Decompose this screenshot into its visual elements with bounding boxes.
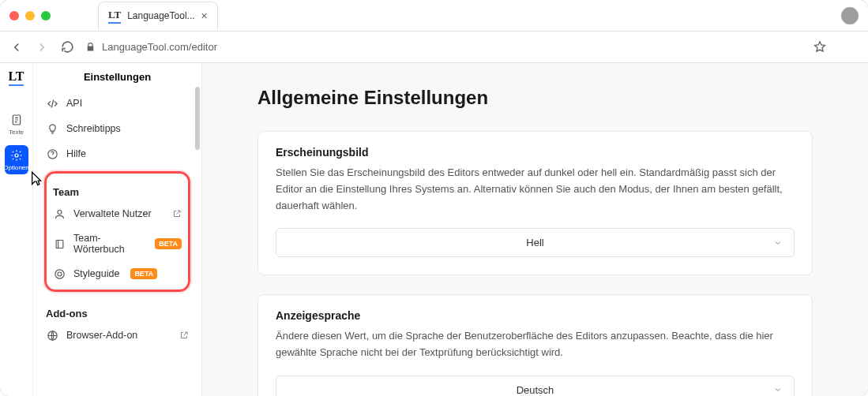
browser-tab[interactable]: LT LanguageTool... × — [98, 2, 218, 30]
sidebar-item-browser-addon[interactable]: Browser-Add-on — [43, 323, 192, 348]
styleguide-label: Styleguide — [73, 268, 119, 279]
sidebar-api-label: API — [66, 98, 82, 109]
lt-logo-icon: LT — [108, 9, 121, 24]
content-area: LT Texte Optionen Einstellungen — [0, 63, 868, 396]
browser-icon — [46, 329, 58, 342]
worterbuch-label: Team-Wörterbuch — [73, 233, 144, 255]
code-icon — [46, 97, 58, 110]
profile-avatar[interactable] — [841, 7, 859, 24]
external-link-icon — [172, 209, 182, 219]
svg-point-3 — [58, 210, 62, 214]
page-title: Allgemeine Einstellungen — [257, 87, 813, 109]
chevron-down-icon — [773, 238, 783, 248]
back-button[interactable] — [9, 40, 24, 54]
language-title: Anzeigesprache — [276, 309, 795, 322]
lightbulb-icon — [46, 122, 58, 135]
appearance-card: Erscheinungsbild Stellen Sie das Erschei… — [257, 131, 813, 275]
styleguide-icon — [53, 267, 66, 280]
lock-icon — [85, 42, 96, 52]
rail-optionen[interactable]: Optionen — [5, 145, 28, 174]
language-card: Anzeigesprache Ändere diesen Wert, um di… — [257, 294, 813, 396]
gear-icon — [9, 148, 24, 163]
svg-point-6 — [58, 272, 62, 276]
appearance-title: Erscheinungsbild — [276, 146, 795, 159]
close-window[interactable] — [9, 11, 19, 21]
language-select[interactable]: Deutsch — [276, 375, 795, 396]
user-icon — [53, 207, 66, 220]
sidebar-item-verwaltete-nutzer[interactable]: Verwaltete Nutzer — [50, 201, 185, 226]
svg-point-5 — [54, 269, 63, 278]
forward-button[interactable] — [35, 40, 49, 54]
sidebar-schreibtipps-label: Schreibtipps — [66, 123, 121, 134]
appearance-desc: Stellen Sie das Erscheinungsbild des Edi… — [276, 165, 795, 214]
app-logo[interactable]: LT — [9, 69, 24, 86]
document-icon — [9, 113, 24, 127]
language-value: Deutsch — [517, 384, 554, 396]
main-panel: Allgemeine Einstellungen Erscheinungsbil… — [202, 63, 868, 396]
close-tab-icon[interactable]: × — [201, 10, 208, 21]
sidebar-title: Einstellungen — [33, 63, 201, 91]
section-addons: Add-ons — [43, 300, 192, 323]
tab-title: LanguageTool... — [127, 10, 194, 21]
team-highlight-box: Team Verwaltete Nutzer — [44, 171, 190, 292]
minimize-window[interactable] — [25, 11, 35, 21]
beta-badge: BETA — [155, 238, 182, 249]
book-icon — [53, 237, 66, 250]
appearance-value: Hell — [526, 237, 543, 248]
address-bar[interactable]: LanguageTool.com/editor — [85, 41, 802, 53]
svg-point-1 — [15, 154, 18, 157]
scrollbar[interactable] — [195, 87, 200, 150]
section-team: Team — [50, 178, 185, 201]
appearance-select[interactable]: Hell — [276, 228, 795, 257]
help-icon — [46, 148, 58, 160]
titlebar: LT LanguageTool... × — [0, 0, 868, 32]
sidebar-item-schreibtipps[interactable]: Schreibtipps — [43, 116, 192, 141]
external-link-icon — [179, 331, 189, 340]
chevron-down-icon — [773, 385, 783, 394]
sidebar-item-hilfe[interactable]: Hilfe — [43, 141, 192, 166]
bookmark-star-icon[interactable] — [813, 40, 827, 54]
svg-rect-4 — [56, 240, 63, 248]
settings-sidebar: Einstellungen API Schreibtipps — [33, 63, 202, 396]
left-rail: LT Texte Optionen — [0, 63, 33, 396]
sidebar-hilfe-label: Hilfe — [66, 148, 86, 159]
cursor-pointer-icon — [25, 170, 46, 190]
browser-window: LT LanguageTool... × LanguageTool.com/ed… — [0, 0, 868, 396]
rail-texte-label: Texte — [9, 129, 24, 136]
browser-addon-label: Browser-Add-on — [66, 330, 137, 341]
reload-button[interactable] — [60, 40, 74, 54]
url-text: LanguageTool.com/editor — [102, 41, 217, 53]
sidebar-item-api[interactable]: API — [43, 91, 192, 116]
beta-badge: BETA — [130, 268, 157, 279]
window-controls — [9, 11, 51, 21]
rail-texte[interactable]: Texte — [5, 110, 28, 139]
verwaltete-label: Verwaltete Nutzer — [73, 208, 152, 219]
sidebar-item-styleguide[interactable]: Styleguide BETA — [50, 261, 185, 286]
maximize-window[interactable] — [41, 11, 51, 21]
language-desc: Ändere diesen Wert, um die Sprache der B… — [276, 328, 795, 361]
address-bar-row: LanguageTool.com/editor — [0, 32, 868, 63]
sidebar-item-team-worterbuch[interactable]: Team-Wörterbuch BETA — [50, 226, 185, 261]
